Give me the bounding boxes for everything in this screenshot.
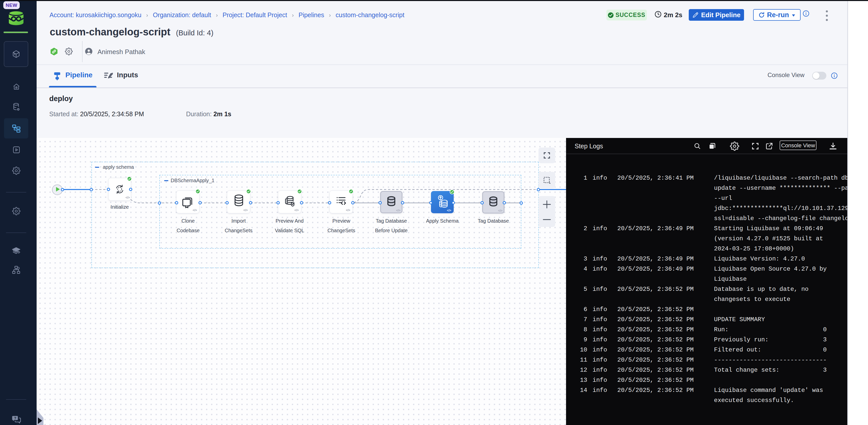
svg-text:?: ? <box>14 416 17 420</box>
